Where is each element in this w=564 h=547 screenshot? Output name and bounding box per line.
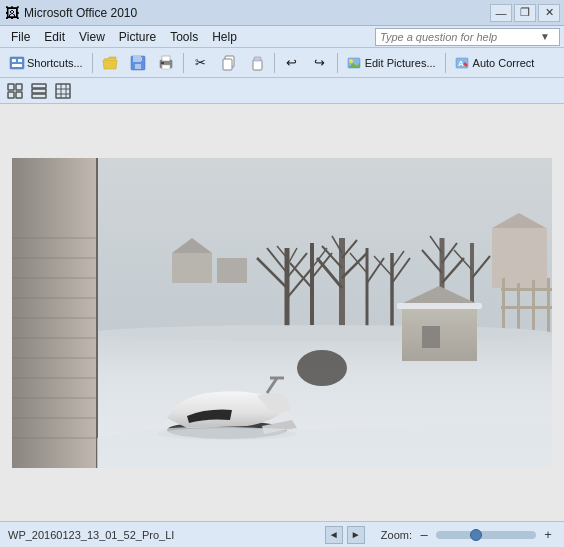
svg-text:A: A xyxy=(458,59,464,68)
copy-button[interactable] xyxy=(216,51,242,75)
svg-rect-11 xyxy=(161,62,164,64)
redo-button[interactable]: ↪ xyxy=(307,51,333,75)
svg-rect-44 xyxy=(501,306,552,309)
svg-rect-10 xyxy=(162,65,170,69)
svg-rect-25 xyxy=(32,84,46,88)
copy-icon xyxy=(221,55,237,71)
cut-icon: ✂ xyxy=(193,55,209,71)
zoom-label: Zoom: xyxy=(381,529,412,541)
undo-icon: ↩ xyxy=(284,55,300,71)
svg-rect-26 xyxy=(32,89,46,93)
svg-rect-37 xyxy=(492,228,547,288)
svg-rect-7 xyxy=(140,57,142,61)
auto-correct-button[interactable]: A Auto Correct xyxy=(450,51,540,75)
svg-rect-15 xyxy=(254,57,261,61)
open-button[interactable] xyxy=(97,51,123,75)
zoom-in-button[interactable]: + xyxy=(540,527,556,543)
menu-view[interactable]: View xyxy=(72,28,112,46)
svg-rect-84 xyxy=(12,158,97,468)
svg-rect-13 xyxy=(223,59,232,70)
svg-rect-14 xyxy=(253,60,262,70)
svg-rect-27 xyxy=(32,94,46,98)
menu-picture[interactable]: Picture xyxy=(112,28,163,46)
save-icon xyxy=(130,55,146,71)
svg-rect-6 xyxy=(135,64,141,69)
auto-correct-label: Auto Correct xyxy=(473,57,535,69)
photo-image xyxy=(12,158,552,468)
edit-pictures-icon xyxy=(347,55,363,71)
svg-rect-1 xyxy=(12,59,16,62)
help-search-box[interactable]: ▼ xyxy=(375,28,560,46)
toolbar1: Shortcuts... xyxy=(0,48,564,78)
svg-rect-2 xyxy=(18,59,22,62)
sep5 xyxy=(445,53,446,73)
restore-button[interactable]: ❐ xyxy=(514,4,536,22)
shortcuts-button[interactable]: Shortcuts... xyxy=(4,51,88,75)
menu-edit[interactable]: Edit xyxy=(37,28,72,46)
view-grid2-button[interactable] xyxy=(28,81,50,101)
svg-rect-83 xyxy=(397,303,482,309)
svg-point-78 xyxy=(92,325,552,341)
redo-icon: ↪ xyxy=(312,55,328,71)
svg-rect-21 xyxy=(8,84,14,90)
svg-rect-43 xyxy=(501,288,552,291)
svg-rect-5 xyxy=(133,56,141,62)
status-bar: WP_20160123_13_01_52_Pro_LI ◄ ► Zoom: – … xyxy=(0,521,564,547)
window-controls: — ❐ ✕ xyxy=(490,4,560,22)
shortcuts-label: Shortcuts... xyxy=(27,57,83,69)
menu-file[interactable]: File xyxy=(4,28,37,46)
svg-point-79 xyxy=(297,350,347,386)
close-button[interactable]: ✕ xyxy=(538,4,560,22)
help-dropdown-icon[interactable]: ▼ xyxy=(540,31,550,42)
svg-rect-82 xyxy=(422,326,440,348)
zoom-out-button[interactable]: – xyxy=(416,527,432,543)
image-container[interactable] xyxy=(12,158,552,468)
menu-bar: File Edit View Picture Tools Help ▼ xyxy=(0,26,564,48)
app-title: Microsoft Office 2010 xyxy=(24,6,490,20)
menu-help[interactable]: Help xyxy=(205,28,244,46)
view-grid3-button[interactable] xyxy=(52,81,74,101)
help-search-input[interactable] xyxy=(380,31,540,43)
navigation-controls: ◄ ► xyxy=(325,526,365,544)
sep4 xyxy=(337,53,338,73)
undo-button[interactable]: ↩ xyxy=(279,51,305,75)
zoom-slider[interactable] xyxy=(436,531,536,539)
sep3 xyxy=(274,53,275,73)
grid1-icon xyxy=(7,83,23,99)
grid3-icon xyxy=(55,83,71,99)
print-button[interactable] xyxy=(153,51,179,75)
zoom-thumb[interactable] xyxy=(470,529,482,541)
svg-rect-3 xyxy=(12,64,22,67)
toolbar2 xyxy=(0,78,564,104)
open-icon xyxy=(102,55,118,71)
svg-rect-23 xyxy=(8,92,14,98)
svg-rect-22 xyxy=(16,84,22,90)
svg-rect-0 xyxy=(10,57,24,69)
paste-button[interactable] xyxy=(244,51,270,75)
svg-rect-34 xyxy=(172,253,212,283)
svg-point-17 xyxy=(349,59,353,63)
edit-pictures-button[interactable]: Edit Pictures... xyxy=(342,51,441,75)
image-filename: WP_20160123_13_01_52_Pro_LI xyxy=(8,529,325,541)
view-grid1-button[interactable] xyxy=(4,81,26,101)
main-area xyxy=(0,104,564,521)
prev-image-button[interactable]: ◄ xyxy=(325,526,343,544)
sep1 xyxy=(92,53,93,73)
sep2 xyxy=(183,53,184,73)
print-icon xyxy=(158,55,174,71)
svg-rect-24 xyxy=(16,92,22,98)
svg-rect-28 xyxy=(56,84,70,98)
cut-button[interactable]: ✂ xyxy=(188,51,214,75)
edit-pictures-label: Edit Pictures... xyxy=(365,57,436,69)
paste-icon xyxy=(249,55,265,71)
zoom-controls: Zoom: – + xyxy=(381,527,556,543)
next-image-button[interactable]: ► xyxy=(347,526,365,544)
menu-tools[interactable]: Tools xyxy=(163,28,205,46)
save-button[interactable] xyxy=(125,51,151,75)
app-icon: 🖼 xyxy=(4,5,20,21)
auto-correct-icon: A xyxy=(455,55,471,71)
minimize-button[interactable]: — xyxy=(490,4,512,22)
shortcuts-icon xyxy=(9,55,25,71)
svg-rect-36 xyxy=(217,258,247,283)
svg-rect-9 xyxy=(162,56,170,61)
